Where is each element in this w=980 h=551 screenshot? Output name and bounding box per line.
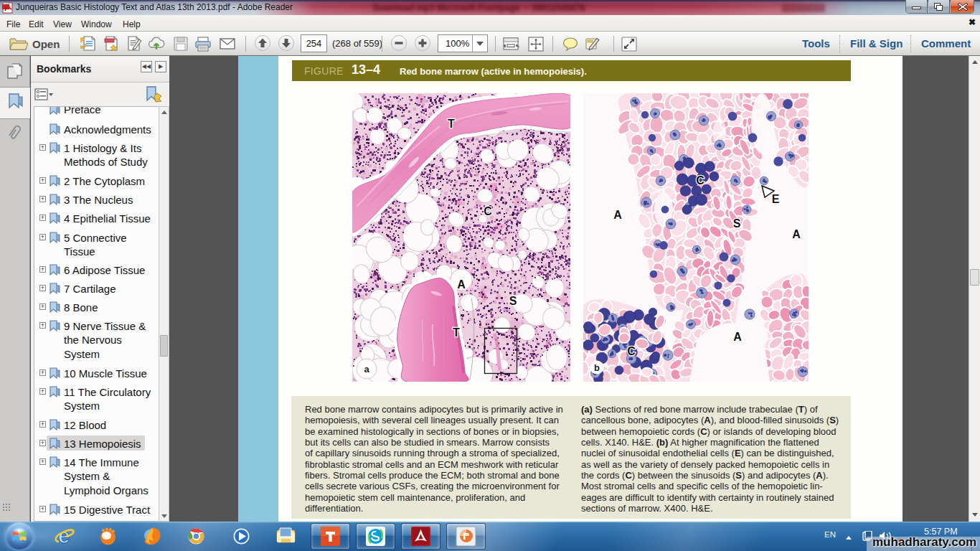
svg-text:C: C [696, 174, 705, 187]
svg-text:T: T [448, 118, 455, 130]
svg-text:A: A [792, 228, 801, 240]
svg-text:b: b [594, 362, 600, 373]
svg-text:A: A [613, 209, 622, 221]
svg-text:A: A [733, 331, 742, 343]
svg-text:C: C [627, 345, 636, 357]
svg-text:C: C [484, 205, 492, 217]
svg-text:S: S [509, 295, 517, 307]
svg-text:E: E [772, 193, 780, 205]
svg-text:S: S [733, 217, 741, 230]
svg-text:a: a [364, 364, 369, 375]
svg-text:A: A [457, 278, 466, 291]
svg-text:T: T [453, 326, 460, 339]
